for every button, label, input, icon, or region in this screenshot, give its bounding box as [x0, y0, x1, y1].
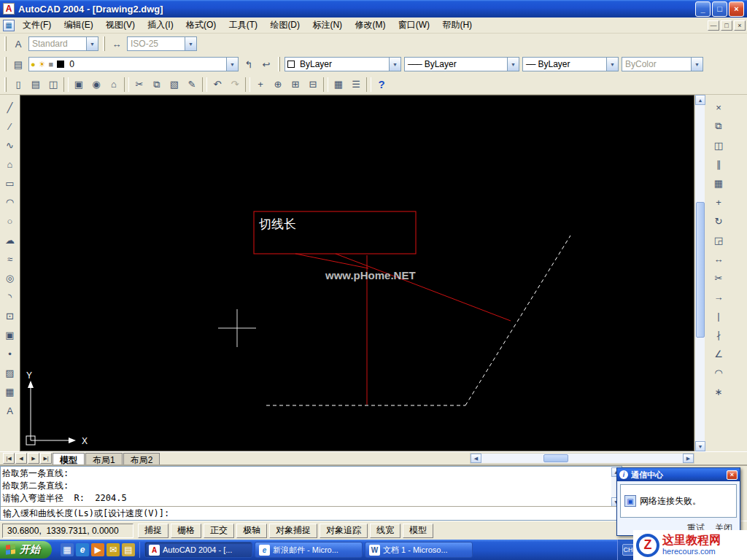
extend-icon[interactable]: →	[711, 289, 727, 305]
dim-style-combo[interactable]: ISO-25 ▼	[127, 36, 197, 51]
rotate-icon[interactable]: ↻	[711, 213, 727, 229]
ellipse-icon[interactable]: ◎	[2, 270, 18, 286]
dialog-close-button[interactable]: ×	[727, 470, 738, 480]
toolbar-separator[interactable]	[63, 77, 69, 92]
command-window[interactable]: 拾取第一条直线: 拾取第二条直线: 请输入弯道半径 R: 2204.5 ▲ ▼ …	[0, 466, 622, 521]
horizontal-scroll-thumb[interactable]	[543, 454, 568, 462]
scroll-up-icon[interactable]: ▲	[695, 95, 705, 105]
mail-icon[interactable]: ✉	[107, 543, 120, 556]
close-button[interactable]: ×	[729, 1, 744, 17]
status-toggle-button[interactable]: 栅格	[171, 524, 201, 538]
cut-icon[interactable]: ✂	[131, 76, 148, 93]
chevron-down-icon[interactable]: ▼	[86, 37, 98, 50]
layout-tab[interactable]: 模型	[53, 453, 85, 464]
dim-style-icon[interactable]: ↔	[108, 35, 125, 52]
menu-item[interactable]: 窗口(W)	[393, 18, 435, 32]
undo-icon[interactable]: ↶	[209, 76, 226, 93]
folder-icon[interactable]: ▤	[122, 543, 135, 556]
media-player-icon[interactable]: ▶	[91, 543, 104, 556]
revcloud-icon[interactable]: ☁	[2, 232, 18, 248]
layer-color-swatch[interactable]	[57, 61, 64, 68]
toolbar-grip[interactable]	[4, 77, 7, 92]
scroll-right-icon[interactable]: ▶	[683, 454, 694, 463]
plot-icon[interactable]: ▣	[70, 76, 88, 93]
status-toggle-button[interactable]: 线宽	[370, 524, 400, 538]
redo-icon[interactable]: ↷	[226, 76, 244, 93]
erase-icon[interactable]: ×	[711, 99, 727, 115]
menu-item[interactable]: 插入(I)	[142, 18, 178, 32]
linetype-combo[interactable]: ———ByLayer ▼	[404, 57, 519, 71]
tab-first-icon[interactable]: |◀	[3, 453, 15, 464]
chevron-down-icon[interactable]: ▼	[691, 58, 703, 71]
chevron-down-icon[interactable]: ▼	[185, 37, 196, 50]
properties-icon[interactable]: ☰	[347, 76, 365, 93]
fillet-icon[interactable]: ◠	[711, 365, 727, 381]
taskbar-task-button[interactable]: A AutoCAD 2004 - [...	[144, 542, 252, 558]
status-toggle-button[interactable]: 极轴	[236, 524, 267, 538]
scroll-down-icon[interactable]: ▼	[695, 441, 705, 451]
status-toggle-button[interactable]: 捕捉	[138, 524, 169, 538]
scale-icon[interactable]: ◲	[711, 232, 727, 248]
toolbar-separator[interactable]	[323, 77, 328, 92]
explode-icon[interactable]: ∗	[711, 384, 727, 400]
tab-next-icon[interactable]: ▶	[28, 453, 39, 464]
move-icon[interactable]: +	[711, 194, 727, 210]
status-toggle-button[interactable]: 对象追踪	[320, 524, 368, 538]
status-toggle-button[interactable]: 正交	[204, 524, 234, 538]
layer-on-bulb-icon[interactable]: ●	[31, 60, 36, 69]
toolbar-grip[interactable]	[278, 57, 280, 71]
array-icon[interactable]: ▦	[711, 175, 727, 191]
taskbar-task-button[interactable]: e 新浪邮件 - Micro...	[255, 542, 363, 558]
text-style-icon[interactable]: A	[9, 35, 27, 52]
paste-icon[interactable]: ▧	[166, 76, 183, 93]
toolbar-grip[interactable]	[103, 36, 105, 51]
toolbar-separator[interactable]	[202, 77, 207, 92]
zoom-previous-icon[interactable]: ⊟	[304, 76, 322, 93]
chevron-down-icon[interactable]: ▼	[389, 58, 400, 71]
menu-item[interactable]: 视图(V)	[101, 18, 140, 32]
mirror-icon[interactable]: ◫	[711, 137, 727, 153]
open-file-icon[interactable]: ▤	[27, 76, 44, 93]
zoom-window-icon[interactable]: ⊞	[287, 76, 304, 93]
taskbar-task-button[interactable]: W 文档 1 - Microso...	[365, 542, 473, 558]
mtext-icon[interactable]: A	[2, 402, 18, 419]
menu-item[interactable]: 标注(N)	[307, 18, 347, 32]
rectangle-icon[interactable]: ▭	[2, 175, 18, 191]
trim-icon[interactable]: ✂	[711, 270, 727, 286]
layer-combo[interactable]: ● ☀ ■ 0 ▼	[28, 57, 239, 71]
drawing-doc-icon[interactable]: ▦	[3, 20, 15, 31]
toolbar-separator[interactable]	[124, 77, 129, 92]
zoom-realtime-icon[interactable]: ⊕	[269, 76, 287, 93]
mdi-minimize-button[interactable]: —	[708, 20, 719, 31]
menu-item[interactable]: 工具(T)	[224, 18, 263, 32]
make-block-icon[interactable]: ▣	[2, 327, 18, 343]
show-desktop-icon[interactable]: ▦	[61, 543, 74, 556]
drawing-canvas[interactable]: 切线长 www.pHome.NET	[20, 95, 694, 451]
line-icon[interactable]: ╱	[2, 99, 18, 115]
chevron-down-icon[interactable]: ▼	[226, 58, 238, 71]
construction-line-icon[interactable]: ∕	[2, 118, 18, 134]
toolbar-grip[interactable]	[4, 57, 7, 71]
make-object-layer-current-icon[interactable]: ↰	[240, 55, 258, 73]
offset-icon[interactable]: ∥	[711, 156, 727, 172]
circle-icon[interactable]: ○	[2, 213, 18, 229]
layout-tab[interactable]: 布局2	[123, 453, 160, 464]
title-bar[interactable]: A AutoCAD 2004 - [Drawing2.dwg] _ □ ×	[0, 0, 747, 18]
tab-last-icon[interactable]: ▶|	[40, 453, 52, 464]
help-icon[interactable]: ?	[373, 76, 390, 93]
layout-tab[interactable]: 布局1	[85, 453, 123, 464]
command-history[interactable]: 拾取第一条直线: 拾取第二条直线: 请输入弯道半径 R: 2204.5	[2, 467, 610, 505]
canvas-vertical-scrollbar[interactable]: ▲ ▼	[694, 95, 705, 451]
dialog-title-bar[interactable]: i 通信中心 ×	[617, 468, 740, 481]
menu-item[interactable]: 文件(F)	[18, 18, 56, 32]
copy-object-icon[interactable]: ⧉	[711, 118, 727, 134]
tray-language-icon[interactable]: CH	[622, 544, 634, 556]
stretch-icon[interactable]: ↔	[711, 251, 727, 267]
arc-icon[interactable]: ◠	[2, 194, 18, 210]
insert-block-icon[interactable]: ⊡	[2, 308, 18, 324]
command-input-line[interactable]: 输入缓和曲线长度(Ls)或[设计速度(V)]:	[1, 506, 622, 520]
polygon-icon[interactable]: ⌂	[2, 156, 18, 172]
save-icon[interactable]: ◫	[44, 76, 62, 93]
toolbar-separator[interactable]	[245, 77, 250, 92]
break-at-point-icon[interactable]: |	[711, 308, 727, 324]
